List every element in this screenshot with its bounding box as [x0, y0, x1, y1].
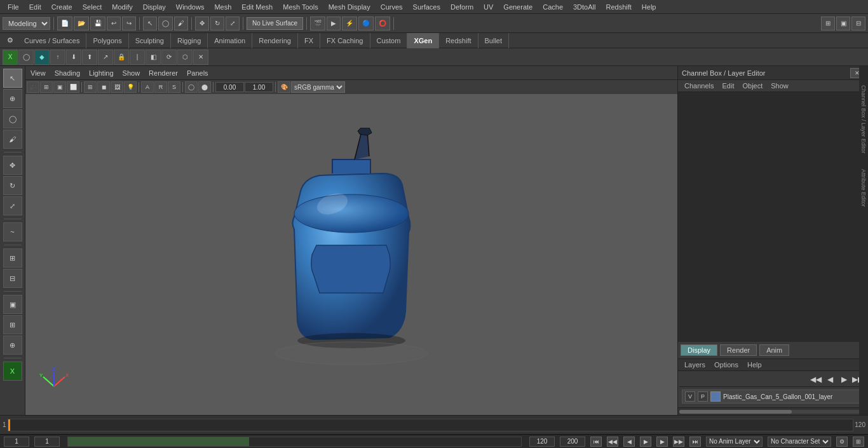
vp-field1[interactable] [215, 82, 244, 92]
layer-color-swatch[interactable] [710, 391, 721, 402]
menu-3dto[interactable]: 3DtoAll [568, 2, 600, 12]
tab-gear[interactable]: ⚙ [3, 33, 18, 48]
tb-icon5[interactable]: ⬆ [82, 50, 97, 65]
new-btn[interactable]: 📄 [57, 17, 72, 31]
tb-icon9[interactable]: ◧ [146, 50, 161, 65]
menu-file[interactable]: File [3, 2, 24, 12]
soft-mod-btn[interactable]: ~ [3, 222, 22, 241]
scale-btn[interactable]: ⤢ [226, 17, 240, 31]
vp-shading-menu[interactable]: Shading [52, 69, 83, 77]
open-btn[interactable]: 📂 [74, 17, 89, 31]
menu-mesh[interactable]: Mesh [209, 2, 236, 12]
select-btn[interactable]: ↖ [143, 17, 157, 31]
first-frame-btn[interactable]: ⏮ [590, 437, 602, 447]
undo-btn[interactable]: ↩ [107, 17, 121, 31]
vp-grid-btn[interactable]: ⊞ [84, 81, 97, 93]
menu-cache[interactable]: Cache [538, 2, 568, 12]
vp-res-btn[interactable]: R [154, 81, 167, 93]
vp-colorspace-icon[interactable]: 🎨 [278, 81, 290, 93]
char-set-select[interactable]: No Character Set [768, 437, 831, 447]
last-frame-btn[interactable]: ⏭ [689, 437, 701, 447]
edit-menu[interactable]: Edit [718, 81, 738, 90]
menu-curves[interactable]: Curves [376, 2, 408, 12]
snap2-btn[interactable]: ⊟ [3, 269, 22, 288]
layout2-btn[interactable]: ⊞ [3, 315, 22, 334]
redo-btn[interactable]: ↪ [122, 17, 136, 31]
layout3-btn[interactable]: ⊕ [3, 336, 22, 355]
layer-playback-btn[interactable]: P [698, 391, 708, 402]
save-btn[interactable]: 💾 [90, 17, 105, 31]
live-surface-btn[interactable]: No Live Surface [247, 17, 303, 30]
attribute-editor-label[interactable]: Attribute Editor [860, 169, 867, 207]
viewport[interactable]: View Shading Lighting Show Renderer Pane… [25, 66, 677, 415]
viewport-canvas[interactable]: X Y Z [25, 94, 677, 415]
vp-shaded-btn[interactable]: ◼ [97, 81, 110, 93]
object-menu[interactable]: Object [738, 81, 766, 90]
lasso-tool-btn[interactable]: ◯ [3, 109, 22, 128]
prev-frame-btn[interactable]: ◀ [623, 437, 635, 447]
layer-visibility-btn[interactable]: V [685, 391, 695, 402]
move-btn[interactable]: ✥ [195, 17, 209, 31]
tb-icon8[interactable]: | [130, 50, 145, 65]
tb-icon10[interactable]: ⟳ [161, 50, 177, 65]
render3-btn[interactable]: 🔵 [358, 17, 374, 31]
vp-iso-btn[interactable]: ◯ [185, 81, 198, 93]
tab-custom[interactable]: Custom [370, 33, 408, 48]
tab-bullet[interactable]: Bullet [478, 33, 510, 48]
multi-select-btn[interactable]: ⊕ [3, 89, 22, 108]
paint-sel-btn[interactable]: 🖌 [174, 17, 188, 31]
xgen-tool-btn[interactable]: X [3, 362, 22, 381]
layout-btn2[interactable]: ▣ [836, 17, 850, 31]
anim-settings-btn[interactable]: ⚙ [836, 437, 848, 447]
vp-view-menu[interactable]: View [28, 69, 48, 77]
layers-arrow-right1[interactable]: ▶ [837, 374, 850, 385]
vp-colorspace-select[interactable]: sRGB gamma [291, 81, 345, 93]
tab-curves-surfaces[interactable]: Curves / Surfaces [18, 33, 86, 48]
tab-fx[interactable]: FX [298, 33, 320, 48]
menu-edit[interactable]: Edit [24, 2, 46, 12]
rp-scrollbar[interactable] [678, 407, 868, 415]
vp-show-menu[interactable]: Show [120, 69, 143, 77]
rp-tab-anim[interactable]: Anim [759, 344, 789, 356]
render4-btn[interactable]: ⭕ [375, 17, 390, 31]
vp-persp-btn[interactable]: ⊞ [40, 81, 53, 93]
rp-tab-display[interactable]: Display [681, 344, 717, 356]
tab-sculpting[interactable]: Sculpting [129, 33, 171, 48]
range-end-input[interactable] [529, 437, 555, 447]
layers-help-menu[interactable]: Help [743, 360, 766, 369]
xgen-icon-btn[interactable]: X [3, 50, 18, 65]
menu-redshift[interactable]: Redshift [600, 2, 636, 12]
menu-deform[interactable]: Deform [445, 2, 478, 12]
tb-icon7[interactable]: 🔒 [114, 50, 129, 65]
scale-tool-btn[interactable]: ⤢ [3, 196, 22, 215]
layers-menu[interactable]: Layers [681, 360, 709, 369]
menu-modify[interactable]: Modify [107, 2, 137, 12]
layout-btn1[interactable]: ⊞ [821, 17, 835, 31]
frame-range-bar[interactable] [67, 437, 522, 447]
vp-lighting-menu[interactable]: Lighting [86, 69, 116, 77]
timeline-track[interactable] [8, 419, 854, 431]
vp-light-btn[interactable]: 💡 [124, 81, 137, 93]
channel-box-label[interactable]: Channel Box / Layer Editor [860, 85, 867, 154]
menu-create[interactable]: Create [46, 2, 78, 12]
vp-tex-btn[interactable]: 🖼 [111, 81, 123, 93]
vp-panels-menu[interactable]: Panels [184, 69, 211, 77]
select-tool-btn[interactable]: ↖ [3, 69, 22, 88]
layers-arrow-left2[interactable]: ◀ [824, 374, 836, 385]
menu-mesh-tools[interactable]: Mesh Tools [278, 2, 323, 12]
channels-menu[interactable]: Channels [681, 81, 717, 90]
vp-cull-btn[interactable]: ⬤ [198, 81, 211, 93]
ipr-btn[interactable]: ▶ [327, 17, 341, 31]
rotate-tool-btn[interactable]: ↻ [3, 176, 22, 195]
rotate-btn[interactable]: ↻ [210, 17, 224, 31]
vp-wire-btn[interactable]: ⬜ [67, 81, 79, 93]
anim-layer-select[interactable]: No Anim Layer [706, 437, 763, 447]
tab-polygons[interactable]: Polygons [86, 33, 128, 48]
menu-select[interactable]: Select [78, 2, 107, 12]
tb-icon3[interactable]: ↑ [50, 50, 65, 65]
play-btn[interactable]: ▶ [640, 437, 651, 447]
frame-input1[interactable] [4, 437, 29, 447]
rp-tab-render[interactable]: Render [720, 344, 757, 356]
lasso-btn[interactable]: ◯ [158, 17, 173, 31]
vp-smo-btn[interactable]: S [168, 81, 180, 93]
